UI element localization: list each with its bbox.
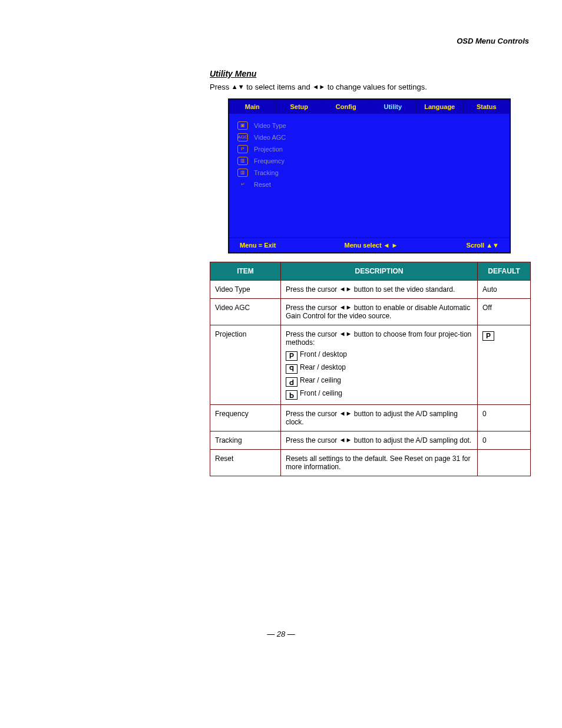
osd-tab-config[interactable]: Config	[323, 100, 370, 114]
osd-tab-bar: Main Setup Config Utility Language Statu…	[229, 100, 510, 114]
cell-desc: Press the cursor ◄► button to adjust the…	[281, 404, 478, 431]
utility-menu-table: ITEM DESCRIPTION DEFAULT Video Type Pres…	[210, 262, 531, 476]
osd-item-tracking[interactable]: ▥ Tracking	[237, 167, 501, 179]
osd-item-label: Reset	[254, 181, 271, 188]
cell-default: 0	[478, 404, 531, 431]
osd-tab-utility[interactable]: Utility	[370, 100, 417, 114]
osd-tab-setup[interactable]: Setup	[276, 100, 323, 114]
cell-default: Auto	[478, 280, 531, 298]
cell-desc: Press the cursor ◄► button to enable or …	[281, 298, 478, 325]
left-right-arrows-icon: ◄►	[339, 285, 352, 292]
osd-item-label: Tracking	[254, 169, 279, 176]
table-row: Tracking Press the cursor ◄► button to a…	[210, 431, 531, 449]
proj-icon-rear-desktop: P	[286, 364, 297, 374]
col-default: DEFAULT	[478, 262, 531, 280]
osd-tab-status[interactable]: Status	[464, 100, 510, 114]
osd-item-video-agc[interactable]: AGC Video AGC	[237, 131, 501, 143]
cell-item: Video Type	[210, 280, 281, 298]
cell-desc: Resets all settings to the default. See …	[281, 449, 478, 476]
osd-footer-scroll: Scroll ▲▼	[467, 242, 499, 249]
osd-body: ▣ Video Type AGC Video AGC P Projection …	[229, 114, 510, 238]
table-row: Video Type Press the cursor ◄► button to…	[210, 280, 531, 298]
page-section-label: OSD Menu Controls	[457, 37, 529, 45]
osd-footer-select: Menu select ◄ ►	[345, 242, 398, 249]
proj-icon-default: P	[482, 331, 494, 341]
cell-desc: Press the cursor ◄► button to choose fro…	[281, 325, 478, 404]
projection-icon: P	[237, 145, 248, 153]
col-description: DESCRIPTION	[281, 262, 478, 280]
video-type-icon: ▣	[237, 121, 248, 130]
col-item: ITEM	[210, 262, 281, 280]
osd-item-frequency[interactable]: ▥ Frequency	[237, 155, 501, 167]
osd-item-label: Video Type	[254, 122, 286, 129]
table-row: Reset Resets all settings to the default…	[210, 449, 531, 476]
left-right-arrows-icon: ◄►	[339, 436, 352, 443]
osd-item-label: Frequency	[254, 157, 285, 164]
cell-default: Off	[478, 298, 531, 325]
osd-footer: Menu = Exit Menu select ◄ ► Scroll ▲▼	[229, 238, 510, 252]
osd-item-video-type[interactable]: ▣ Video Type	[237, 120, 501, 131]
frequency-icon: ▥	[237, 157, 248, 165]
cell-desc: Press the cursor ◄► button to adjust the…	[281, 431, 478, 449]
utility-menu-heading: Utility Menu	[210, 69, 529, 78]
proj-icon-rear-ceiling: P	[286, 377, 297, 387]
cell-item: Reset	[210, 449, 281, 476]
left-right-arrows-icon: ◄►	[339, 330, 352, 337]
intro-paragraph: Press ▲▼ to select items and ◄► to chang…	[210, 82, 529, 93]
left-right-arrows-icon: ◄►	[339, 304, 352, 311]
cell-item: Video AGC	[210, 298, 281, 325]
proj-option: PRear / desktop	[286, 363, 472, 374]
proj-option: PFront / desktop	[286, 350, 472, 361]
osd-item-label: Projection	[254, 146, 283, 153]
table-row: Video AGC Press the cursor ◄► button to …	[210, 298, 531, 325]
osd-screenshot: Main Setup Config Utility Language Statu…	[228, 98, 511, 253]
left-right-arrows-icon: ◄►	[312, 83, 325, 90]
osd-tab-language[interactable]: Language	[416, 100, 464, 114]
up-down-arrows-icon: ▲▼	[232, 83, 244, 90]
table-row: Projection Press the cursor ◄► button to…	[210, 325, 531, 404]
cell-default: 0	[478, 431, 531, 449]
video-agc-icon: AGC	[237, 133, 248, 141]
proj-icon-front-ceiling: P	[286, 390, 297, 400]
cell-default	[478, 449, 531, 476]
cell-item: Frequency	[210, 404, 281, 431]
proj-option: PRear / ceiling	[286, 376, 472, 387]
table-header-row: ITEM DESCRIPTION DEFAULT	[210, 262, 531, 280]
osd-item-reset[interactable]: ↵ Reset	[237, 179, 501, 190]
tracking-icon: ▥	[237, 169, 248, 177]
osd-item-label: Video AGC	[254, 134, 286, 141]
page-number: — 28 —	[33, 630, 529, 638]
osd-footer-exit: Menu = Exit	[240, 242, 276, 249]
proj-option: PFront / ceiling	[286, 389, 472, 400]
cell-item: Tracking	[210, 431, 281, 449]
table-row: Frequency Press the cursor ◄► button to …	[210, 404, 531, 431]
cell-item: Projection	[210, 325, 281, 404]
proj-icon-front-desktop: P	[286, 351, 297, 361]
cell-default: P	[478, 325, 531, 404]
reset-icon: ↵	[237, 180, 248, 189]
left-right-arrows-icon: ◄►	[339, 410, 352, 417]
osd-tab-main[interactable]: Main	[229, 100, 276, 114]
cell-desc: Press the cursor ◄► button to set the vi…	[281, 280, 478, 298]
osd-item-projection[interactable]: P Projection	[237, 143, 501, 155]
